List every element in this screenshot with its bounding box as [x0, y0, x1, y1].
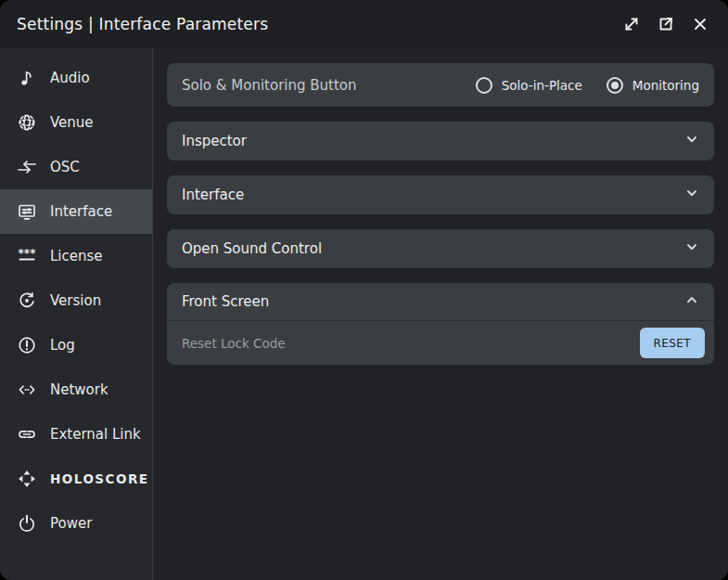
radio-circle-icon [476, 77, 492, 94]
log-alert-icon [16, 335, 38, 355]
close-icon[interactable] [689, 13, 711, 35]
sidebar-item-label: Version [50, 292, 101, 309]
sidebar-item-external-link[interactable]: External Link [0, 412, 152, 457]
chevron-down-icon [684, 132, 699, 150]
radio-circle-icon [607, 77, 623, 94]
music-note-icon [16, 68, 38, 88]
sidebar-item-license[interactable]: *** License [0, 234, 152, 278]
sidebar-item-label: Log [50, 337, 75, 354]
radio-label: Monitoring [632, 78, 699, 93]
interface-monitor-icon [16, 201, 38, 222]
sidebar-item-venue[interactable]: Venue [0, 100, 152, 145]
chevron-down-icon [684, 186, 699, 204]
open-external-window-icon[interactable] [655, 13, 677, 35]
holoscore-logo-icon [16, 469, 38, 489]
sidebar-item-label: Power [50, 515, 92, 532]
radio-monitoring[interactable]: Monitoring [607, 77, 699, 94]
section-front-screen: Front Screen Reset Lock Code RESET [167, 283, 714, 365]
sidebar-item-label: Venue [50, 114, 94, 131]
main-content: Solo & Monitoring Button Solo-in-Place M… [153, 48, 728, 580]
section-label: Open Sound Control [182, 240, 684, 257]
sidebar-item-label: Interface [50, 203, 112, 220]
external-link-icon [16, 424, 38, 445]
section-inspector-header[interactable]: Inspector [167, 122, 714, 161]
sidebar-item-label: Audio [50, 70, 90, 86]
osc-transfer-icon [16, 157, 38, 177]
sidebar-item-label: HOLOSCORE [50, 471, 149, 486]
sidebar-item-log[interactable]: Log [0, 323, 152, 367]
sidebar-item-label: Network [50, 381, 109, 398]
license-key-icon: *** [16, 246, 38, 266]
sidebar-item-network[interactable]: Network [0, 367, 152, 412]
reset-button[interactable]: RESET [640, 328, 705, 358]
section-label: Front Screen [182, 293, 684, 310]
window-title: Settings | Interface Parameters [17, 15, 268, 33]
sidebar-item-label: OSC [50, 159, 80, 175]
solo-monitoring-label: Solo & Monitoring Button [182, 77, 452, 94]
sidebar-item-holoscore[interactable]: HOLOSCORE [0, 457, 152, 501]
reset-lock-code-row: Reset Lock Code RESET [167, 320, 714, 365]
sidebar-item-audio[interactable]: Audio [0, 56, 152, 100]
reset-lock-code-label: Reset Lock Code [182, 336, 640, 351]
sidebar-item-label: External Link [50, 426, 141, 443]
chevron-up-icon [684, 292, 699, 311]
network-brackets-icon [16, 380, 38, 400]
sidebar-item-version[interactable]: Version [0, 278, 152, 323]
section-interface: Interface [167, 175, 714, 214]
solo-monitoring-radio-group: Solo-in-Place Monitoring [452, 77, 699, 94]
sidebar-item-label: License [50, 248, 103, 264]
solo-monitoring-panel: Solo & Monitoring Button Solo-in-Place M… [167, 63, 714, 107]
titlebar: Settings | Interface Parameters [0, 0, 728, 48]
section-label: Interface [182, 187, 684, 203]
section-open-sound-control: Open Sound Control [167, 229, 714, 268]
section-label: Inspector [182, 133, 684, 149]
sidebar: Audio Venue [0, 48, 153, 580]
svg-text:***: *** [19, 247, 37, 260]
section-inspector: Inspector [167, 122, 714, 161]
section-front-screen-header[interactable]: Front Screen [167, 283, 714, 320]
chevron-down-icon [684, 239, 699, 258]
expand-diagonal-icon[interactable] [620, 13, 643, 35]
sidebar-item-interface[interactable]: Interface [0, 189, 152, 234]
version-sync-icon [16, 290, 38, 311]
sidebar-item-power[interactable]: Power [0, 501, 152, 546]
radio-solo-in-place[interactable]: Solo-in-Place [476, 77, 582, 94]
settings-window: Settings | Interface Parameters [0, 0, 728, 580]
power-icon [16, 513, 38, 534]
radio-label: Solo-in-Place [502, 78, 582, 93]
section-open-sound-control-header[interactable]: Open Sound Control [167, 229, 714, 268]
venue-dome-icon [16, 112, 38, 133]
section-interface-header[interactable]: Interface [167, 175, 714, 214]
sidebar-item-osc[interactable]: OSC [0, 145, 152, 189]
